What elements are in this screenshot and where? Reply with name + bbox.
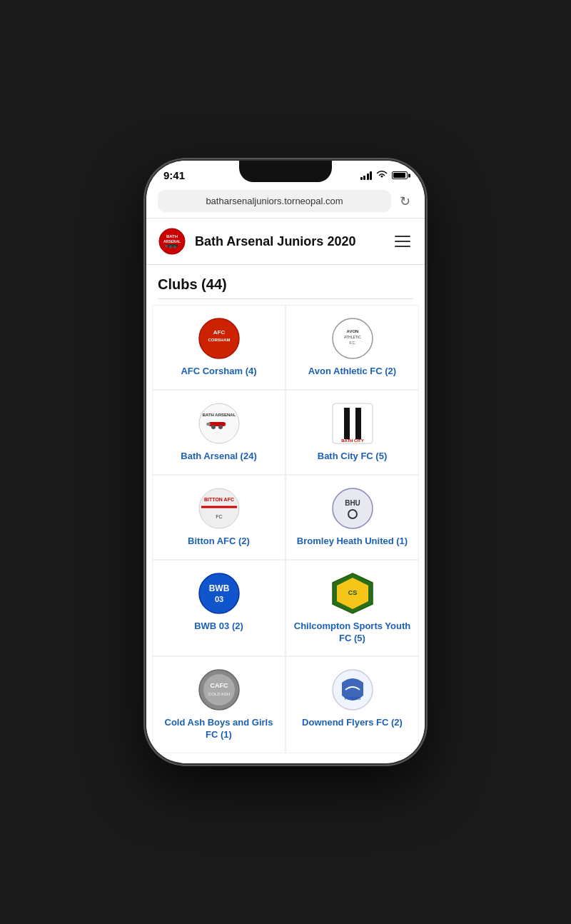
club-item[interactable]: BATH CITY Bath City FC (5) — [286, 390, 419, 475]
svg-text:CAFC: CAFC — [210, 682, 228, 689]
status-icons — [360, 170, 408, 181]
svg-text:BATH: BATH — [166, 234, 178, 238]
club-name: BWB 03 (2) — [194, 621, 243, 633]
battery-icon — [392, 171, 408, 179]
club-emblem: BWB 03 — [198, 572, 241, 615]
svg-point-6 — [173, 246, 176, 248]
svg-point-19 — [218, 425, 223, 429]
club-emblem: CS — [331, 572, 374, 615]
svg-rect-17 — [206, 423, 211, 426]
club-item[interactable]: BHU Bromley Heath United (1) — [286, 475, 419, 560]
svg-point-5 — [169, 246, 172, 248]
svg-text:BATH ARSENAL: BATH ARSENAL — [202, 413, 236, 417]
clubs-grid-container: AFC CORSHAM AFC Corsham (4) AVON — [146, 305, 425, 753]
club-logo: BATH ARSENAL — [158, 227, 186, 256]
svg-text:AVON: AVON — [346, 329, 358, 333]
svg-text:FC: FC — [216, 514, 222, 519]
status-time: 9:41 — [163, 169, 185, 181]
clubs-grid: AFC CORSHAM AFC Corsham (4) AVON — [152, 305, 419, 753]
club-emblem: AVON ATHLETIC F.C. — [331, 317, 374, 360]
club-emblem: FLYERS — [331, 668, 374, 711]
club-name: Bitton AFC (2) — [188, 536, 250, 548]
club-emblem: BHU — [331, 487, 374, 530]
club-item[interactable]: BATH ARSENAL Bath Arsenal (24) — [152, 390, 286, 475]
svg-text:BITTON AFC: BITTON AFC — [204, 497, 234, 502]
hamburger-menu[interactable] — [392, 233, 413, 250]
app-title: Bath Arsenal Juniors 2020 — [195, 234, 392, 249]
svg-point-31 — [199, 573, 239, 613]
club-name: Downend Flyers FC (2) — [302, 717, 403, 729]
main-content: Clubs (44) AFC CORSHAM AFC — [146, 265, 425, 753]
browser-bar: batharsenaljuniors.torneopal.com ↻ — [146, 184, 425, 219]
club-emblem: CAFC COLD ASH — [198, 668, 241, 711]
club-name: Bromley Heath United (1) — [297, 536, 408, 548]
club-name: Bath City FC (5) — [318, 451, 388, 463]
svg-text:FLYERS: FLYERS — [344, 696, 360, 700]
svg-text:ATHLETIC: ATHLETIC — [344, 335, 361, 339]
club-item[interactable]: CAFC COLD ASH Cold Ash Boys and Girls FC… — [152, 656, 286, 753]
club-name: Avon Athletic FC (2) — [308, 366, 396, 378]
svg-text:CORSHAM: CORSHAM — [208, 338, 230, 342]
svg-point-28 — [333, 488, 373, 528]
club-name: AFC Corsham (4) — [181, 366, 256, 378]
svg-text:03: 03 — [214, 595, 223, 603]
refresh-button[interactable]: ↻ — [397, 191, 413, 212]
club-item[interactable]: FLYERS Downend Flyers FC (2) — [286, 656, 419, 753]
wifi-icon — [376, 170, 388, 181]
club-name: Bath Arsenal (24) — [181, 451, 256, 463]
club-emblem: BATH CITY — [331, 402, 374, 445]
club-emblem: AFC CORSHAM — [198, 317, 241, 360]
clubs-title: Clubs (44) — [158, 276, 413, 293]
svg-text:BHU: BHU — [345, 499, 360, 507]
svg-rect-16 — [208, 422, 226, 426]
club-item[interactable]: AFC CORSHAM AFC Corsham (4) — [152, 305, 286, 390]
club-item[interactable]: AVON ATHLETIC F.C. Avon Athletic FC (2) — [286, 305, 419, 390]
club-name: Cold Ash Boys and Girls FC (1) — [158, 717, 279, 741]
club-emblem: BATH ARSENAL — [198, 402, 241, 445]
club-item[interactable]: BWB 03 BWB 03 (2) — [152, 560, 286, 657]
club-name: Chilcompton Sports Youth FC (5) — [292, 621, 413, 645]
app-header: BATH ARSENAL Bath Arsenal Juniors 2020 — [146, 219, 425, 265]
clubs-header: Clubs (44) — [146, 265, 425, 305]
svg-text:BATH CITY: BATH CITY — [341, 438, 364, 443]
svg-point-18 — [211, 425, 216, 429]
svg-text:BWB: BWB — [208, 583, 229, 593]
signal-icon — [360, 171, 373, 180]
svg-text:AFC: AFC — [213, 329, 225, 336]
svg-point-24 — [199, 488, 239, 528]
svg-rect-22 — [355, 408, 361, 439]
svg-rect-4 — [165, 245, 168, 247]
svg-text:F.C.: F.C. — [349, 341, 355, 345]
svg-text:ARSENAL: ARSENAL — [163, 239, 181, 243]
svg-rect-20 — [333, 403, 373, 443]
club-item[interactable]: CS Chilcompton Sports Youth FC (5) — [286, 560, 419, 657]
svg-text:CS: CS — [348, 589, 357, 596]
club-emblem: BITTON AFC FC — [198, 487, 241, 530]
url-bar[interactable]: batharsenaljuniors.torneopal.com — [158, 190, 391, 212]
svg-rect-21 — [344, 408, 350, 439]
svg-text:COLD ASH: COLD ASH — [208, 692, 229, 696]
club-item[interactable]: BITTON AFC FC Bitton AFC (2) — [152, 475, 286, 560]
svg-point-38 — [203, 674, 235, 705]
clubs-divider — [158, 298, 413, 299]
